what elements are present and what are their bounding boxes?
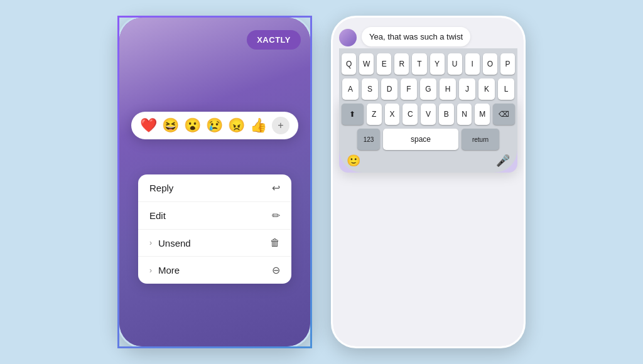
emoji-cry[interactable]: 😢 bbox=[206, 117, 223, 134]
edit-icon: ✏ bbox=[272, 210, 280, 222]
received-message-row: Yea, that was such a twist bbox=[339, 27, 517, 46]
phones-container: XACTLY ❤️ 😆 😮 😢 😠 👍 + Reply ↩ Edit bbox=[117, 16, 526, 348]
reply-label: Reply bbox=[149, 183, 173, 193]
emoji-wow[interactable]: 😮 bbox=[184, 117, 201, 134]
key-g[interactable]: G bbox=[420, 78, 436, 100]
key-f[interactable]: F bbox=[401, 78, 417, 100]
more-label: › More bbox=[149, 265, 180, 276]
left-phone: XACTLY ❤️ 😆 😮 😢 😠 👍 + Reply ↩ Edit bbox=[117, 16, 312, 348]
keyboard-row-2: A S D F G H J K L bbox=[342, 78, 515, 100]
keyboard-row-4: 123 space return bbox=[342, 129, 515, 150]
keyboard-row-3: ⬆ Z X C V B N M ⌫ bbox=[342, 104, 515, 125]
received-bubble: Yea, that was such a twist bbox=[362, 27, 470, 46]
key-d[interactable]: D bbox=[381, 78, 397, 100]
menu-item-reply[interactable]: Reply ↩ bbox=[138, 174, 291, 202]
backspace-key[interactable]: ⌫ bbox=[493, 104, 515, 125]
edit-label: Edit bbox=[149, 210, 166, 221]
unsend-chevron: › bbox=[149, 238, 152, 247]
right-phone-inner: Yea, that was such a twist XACTLY Edit m… bbox=[333, 18, 524, 346]
shift-key[interactable]: ⬆ bbox=[342, 104, 364, 125]
menu-item-unsend[interactable]: › Unsend 🗑 bbox=[138, 230, 291, 257]
left-message-area: XACTLY bbox=[119, 30, 310, 50]
key-k[interactable]: K bbox=[478, 78, 495, 100]
key-e[interactable]: E bbox=[377, 53, 391, 75]
key-o[interactable]: O bbox=[483, 53, 497, 75]
keyboard-row-1: Q W E R T Y U I O P bbox=[342, 53, 515, 75]
numbers-key[interactable]: 123 bbox=[357, 129, 380, 150]
menu-item-more[interactable]: › More ⊖ bbox=[138, 257, 291, 284]
emoji-keyboard-icon[interactable]: 🙂 bbox=[347, 154, 360, 168]
key-b[interactable]: B bbox=[439, 104, 454, 125]
key-n[interactable]: N bbox=[457, 104, 472, 125]
key-r[interactable]: R bbox=[394, 53, 409, 75]
key-c[interactable]: C bbox=[403, 104, 418, 125]
microphone-icon[interactable]: 🎤 bbox=[496, 154, 510, 168]
left-xactly-bubble: XACTLY bbox=[247, 30, 301, 50]
key-m[interactable]: M bbox=[475, 104, 490, 125]
emoji-angry[interactable]: 😠 bbox=[228, 117, 245, 134]
unsend-label: › Unsend bbox=[149, 238, 191, 249]
key-a[interactable]: A bbox=[342, 78, 359, 100]
key-j[interactable]: J bbox=[459, 78, 475, 100]
key-y[interactable]: Y bbox=[430, 53, 445, 75]
key-q[interactable]: Q bbox=[342, 53, 356, 75]
reply-icon: ↩ bbox=[272, 182, 280, 194]
avatar bbox=[339, 29, 357, 46]
key-v[interactable]: V bbox=[421, 104, 436, 125]
keyboard-bottom-bar: 🙂 🎤 bbox=[342, 154, 515, 168]
edit-message-modal: Edit message ✕ Exactly| ✓ Q W E bbox=[339, 99, 517, 173]
right-phone: Yea, that was such a twist XACTLY Edit m… bbox=[331, 16, 526, 348]
key-w[interactable]: W bbox=[359, 53, 374, 75]
more-chevron: › bbox=[149, 266, 152, 275]
keyboard: Q W E R T Y U I O P A S bbox=[339, 48, 517, 173]
key-p[interactable]: P bbox=[500, 53, 515, 75]
key-l[interactable]: L bbox=[498, 78, 514, 100]
key-i[interactable]: I bbox=[465, 53, 480, 75]
key-h[interactable]: H bbox=[440, 78, 456, 100]
space-key[interactable]: space bbox=[383, 129, 458, 150]
key-u[interactable]: U bbox=[448, 53, 462, 75]
key-t[interactable]: T bbox=[412, 53, 426, 75]
left-phone-inner: XACTLY ❤️ 😆 😮 😢 😠 👍 + Reply ↩ Edit bbox=[119, 18, 310, 346]
more-icon: ⊖ bbox=[272, 264, 280, 276]
return-key[interactable]: return bbox=[462, 129, 499, 150]
menu-item-edit[interactable]: Edit ✏ bbox=[138, 202, 291, 230]
context-menu: Reply ↩ Edit ✏ › Unsend 🗑 › bbox=[138, 174, 291, 284]
emoji-heart[interactable]: ❤️ bbox=[140, 117, 157, 134]
key-s[interactable]: S bbox=[362, 78, 378, 100]
unsend-icon: 🗑 bbox=[270, 237, 280, 249]
emoji-thumbsup[interactable]: 👍 bbox=[250, 117, 267, 134]
emoji-laugh[interactable]: 😆 bbox=[162, 117, 179, 134]
emoji-reaction-bar[interactable]: ❤️ 😆 😮 😢 😠 👍 + bbox=[131, 112, 298, 139]
key-x[interactable]: X bbox=[385, 104, 400, 125]
key-z[interactable]: Z bbox=[367, 104, 382, 125]
emoji-plus-button[interactable]: + bbox=[272, 117, 289, 134]
